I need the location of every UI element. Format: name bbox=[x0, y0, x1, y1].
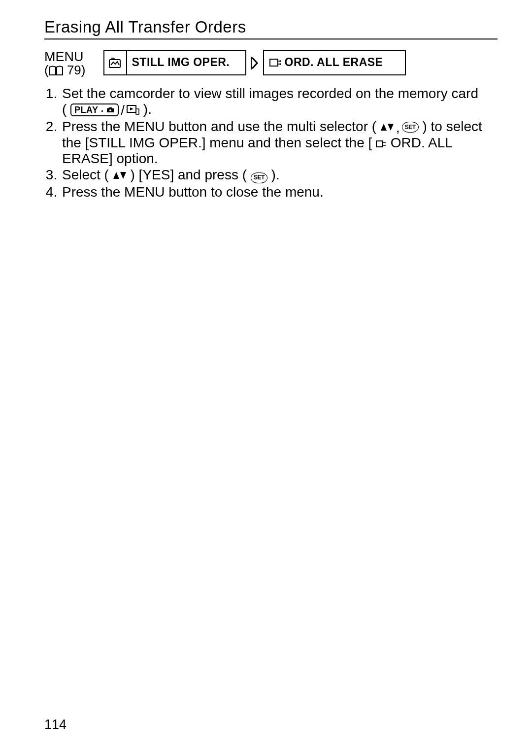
svg-rect-5 bbox=[376, 141, 383, 147]
menu-label: MENU bbox=[44, 50, 86, 64]
set-button-icon: SET bbox=[402, 122, 419, 133]
menu-path-label-1: STILL IMG OPER. bbox=[127, 56, 237, 69]
camera-icon bbox=[106, 106, 115, 113]
menu-path-box-2: ORD. ALL ERASE bbox=[263, 50, 406, 75]
play-mode-indicator: PLAY · / bbox=[70, 103, 139, 118]
menu-path-row: MENU ( 79) STILL IMG OPER. bbox=[44, 50, 498, 77]
manual-page: Erasing All Transfer Orders MENU ( 79) S… bbox=[0, 0, 532, 756]
menu-path-label-2: ORD. ALL ERASE bbox=[264, 56, 390, 69]
svg-rect-1 bbox=[270, 59, 278, 66]
step-3: Select ( ) [YES] and press ( SET ). bbox=[61, 167, 498, 183]
svg-point-2 bbox=[109, 109, 111, 111]
instruction-list: Set the camcorder to view still images r… bbox=[44, 86, 498, 200]
book-icon bbox=[49, 65, 64, 76]
updown-icon bbox=[380, 122, 394, 132]
transfer-order-icon bbox=[269, 57, 282, 68]
section-title: Erasing All Transfer Orders bbox=[44, 17, 498, 40]
image-tools-icon bbox=[104, 51, 127, 74]
chevron-right-icon bbox=[249, 50, 260, 77]
menu-path-box-1: STILL IMG OPER. bbox=[103, 50, 246, 75]
play-card-icon bbox=[127, 105, 139, 115]
menu-ref-number: 79 bbox=[67, 64, 81, 77]
play-camera-badge: PLAY · bbox=[70, 103, 119, 116]
menu-page-ref: ( 79) bbox=[44, 64, 86, 77]
step-2: Press the MENU button and use the multi … bbox=[61, 119, 498, 166]
transfer-order-icon bbox=[376, 139, 387, 148]
page-number: 114 bbox=[44, 717, 66, 732]
menu-reference: MENU ( 79) bbox=[44, 50, 86, 77]
updown-icon bbox=[113, 171, 127, 180]
set-button-icon: SET bbox=[251, 172, 267, 183]
step-4: Press the MENU button to close the menu. bbox=[61, 184, 498, 200]
step-1: Set the camcorder to view still images r… bbox=[61, 86, 498, 118]
